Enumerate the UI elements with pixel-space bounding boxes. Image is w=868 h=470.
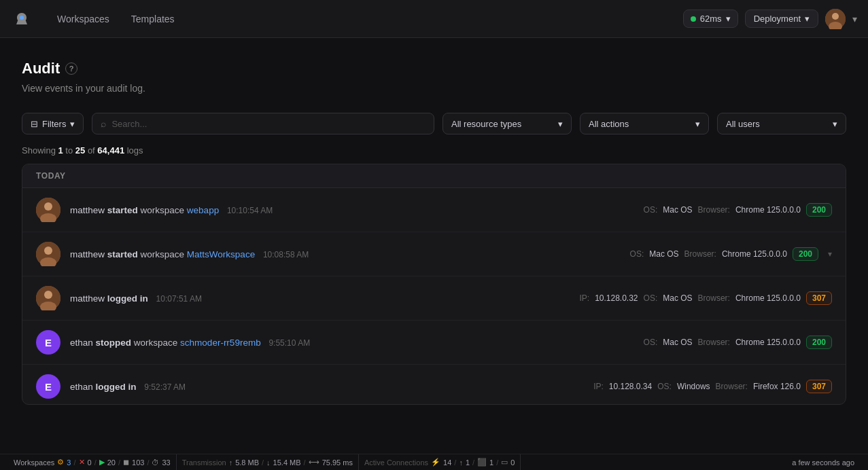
actions-dropdown[interactable]: All actions ▾ — [580, 113, 709, 134]
upload-icon: ↑ — [229, 458, 233, 467]
showing-start: 1 — [58, 145, 63, 156]
users-dropdown[interactable]: All users ▾ — [717, 113, 846, 134]
deployment-button[interactable]: Deployment ▾ — [745, 10, 818, 28]
up-icon: ↑ — [459, 458, 463, 467]
action: started — [107, 249, 138, 259]
download-value: 15.4 MB — [273, 458, 301, 467]
statusbar-workspaces: Workspaces ⚙ 3 / ✕ 0 / ▶ 20 / ◼ 103 / ⏱ … — [8, 454, 177, 470]
showing-label: logs — [127, 145, 143, 156]
failed-count: 0 — [88, 458, 92, 467]
transmission-label: Transmission — [182, 458, 226, 467]
conn3-value: 0 — [510, 458, 515, 467]
logo-icon[interactable] — [11, 8, 33, 30]
latency-icon: ⟷ — [309, 458, 319, 467]
filter-icon: ⊟ — [31, 119, 38, 129]
box-icon: ▭ — [501, 458, 508, 467]
user-name: ethan — [70, 338, 93, 348]
failed-icon: ✕ — [79, 458, 85, 467]
pending-icon: ⏱ — [152, 458, 159, 467]
table-row: matthew logged in 10:07:51 AM IP: 10.128… — [22, 276, 846, 321]
page-title-text: Audit — [22, 60, 60, 77]
monitor-icon: ⬛ — [477, 458, 487, 467]
audit-time: 9:55:10 AM — [268, 338, 310, 348]
divider7: / — [454, 458, 456, 467]
latency-chevron: ▾ — [726, 14, 731, 24]
nav-templates[interactable]: Templates — [123, 10, 183, 29]
audit-time: 10:07:51 AM — [156, 294, 202, 304]
audit-meta: OS: Mac OS Browser: Chrome 125.0.0.0 200 — [644, 336, 832, 349]
deployment-chevron: ▾ — [805, 14, 810, 24]
time-ago: a few seconds ago — [792, 458, 854, 467]
page-subtitle: View events in your audit log. — [22, 83, 846, 94]
stopped-count: 103 — [132, 458, 144, 467]
audit-message: matthew started workspace MattsWorkspace… — [70, 249, 621, 259]
download-icon: ↓ — [266, 458, 271, 467]
latency-value: 62ms — [700, 14, 722, 24]
avatar: E — [36, 330, 60, 355]
user-avatar[interactable] — [825, 9, 846, 29]
status-badge: 200 — [793, 247, 818, 261]
conn2-value: 1 — [489, 458, 493, 467]
search-box[interactable]: ⌕ — [92, 113, 434, 134]
status-dot — [691, 16, 696, 22]
resource-link[interactable]: MattsWorkspace — [187, 249, 255, 259]
search-icon: ⌕ — [101, 118, 106, 129]
svg-point-0 — [20, 16, 24, 20]
deployment-label: Deployment — [754, 14, 801, 24]
nav-workspaces[interactable]: Workspaces — [49, 10, 118, 29]
avatar — [36, 286, 60, 310]
filter-bar: ⊟ Filters ▾ ⌕ All resource types ▾ All a… — [22, 113, 846, 134]
filters-button[interactable]: ⊟ Filters ▾ — [22, 113, 84, 134]
latency-badge[interactable]: 62ms ▾ — [683, 10, 738, 28]
stopped-icon: ◼ — [123, 458, 129, 467]
user-name: matthew — [70, 249, 105, 259]
statusbar-time: a few seconds ago — [786, 454, 860, 470]
divider6: / — [304, 458, 306, 467]
audit-meta: OS: Mac OS Browser: Chrome 125.0.0.0 200… — [630, 247, 832, 261]
resource-types-label: All resource types — [451, 119, 521, 129]
resource-link[interactable]: schmoder-rr59remb — [180, 338, 261, 348]
avatar: E — [36, 374, 60, 399]
audit-time: 10:10:54 AM — [227, 206, 273, 215]
section-header-today: Today — [22, 164, 846, 188]
resource-types-chevron: ▾ — [558, 119, 563, 129]
table-row: E ethan stopped workspace schmoder-rr59r… — [22, 321, 846, 365]
resource-link[interactable]: webapp — [187, 205, 219, 215]
audit-table: Today matthew started workspace webapp 1… — [22, 164, 846, 405]
user-name: matthew — [70, 205, 105, 215]
user-chevron[interactable]: ▾ — [852, 14, 857, 24]
statusbar: Workspaces ⚙ 3 / ✕ 0 / ▶ 20 / ◼ 103 / ⏱ … — [0, 454, 868, 470]
main-content: Audit ? View events in your audit log. ⊟… — [0, 38, 868, 405]
divider1: / — [73, 458, 75, 467]
table-row: matthew started workspace webapp 10:10:5… — [22, 188, 846, 232]
divider2: / — [94, 458, 97, 467]
topnav: Workspaces Templates 62ms ▾ Deployment ▾… — [0, 0, 868, 38]
statusbar-workspaces-label: Workspaces — [14, 458, 54, 467]
running-count: 20 — [107, 458, 116, 467]
filter-label: Filters — [42, 119, 66, 129]
help-icon[interactable]: ? — [65, 62, 77, 75]
upload-value: 5.8 MB — [235, 458, 259, 467]
table-row: E ethan logged in 9:52:37 AM IP: 10.128.… — [22, 365, 846, 404]
audit-meta: IP: 10.128.0.34 OS: Windows Browser: Fir… — [593, 380, 832, 393]
divider5: / — [262, 458, 264, 467]
status-badge: 307 — [806, 380, 832, 393]
resource-types-dropdown[interactable]: All resource types ▾ — [442, 113, 572, 134]
topnav-right: 62ms ▾ Deployment ▾ ▾ — [683, 9, 857, 29]
audit-meta: IP: 10.128.0.32 OS: Mac OS Browser: Chro… — [579, 291, 832, 305]
actions-chevron: ▾ — [695, 119, 700, 129]
divider4: / — [147, 458, 149, 467]
building-icon: ⚙ — [57, 458, 64, 467]
topnav-links: Workspaces Templates — [49, 10, 667, 29]
table-row: matthew started workspace MattsWorkspace… — [22, 232, 846, 276]
expand-icon[interactable]: ▾ — [828, 249, 832, 259]
status-badge: 200 — [806, 203, 832, 217]
conn-icon: ⚡ — [431, 458, 440, 467]
avatar — [36, 242, 60, 266]
audit-time: 10:08:58 AM — [263, 250, 309, 259]
status-badge: 200 — [806, 336, 832, 349]
actions-label: All actions — [589, 119, 629, 129]
statusbar-transmission: Transmission ↑ 5.8 MB / ↓ 15.4 MB / ⟷ 75… — [177, 454, 359, 470]
search-input[interactable] — [111, 119, 426, 129]
audit-message: matthew logged in 10:07:51 AM — [70, 293, 570, 304]
